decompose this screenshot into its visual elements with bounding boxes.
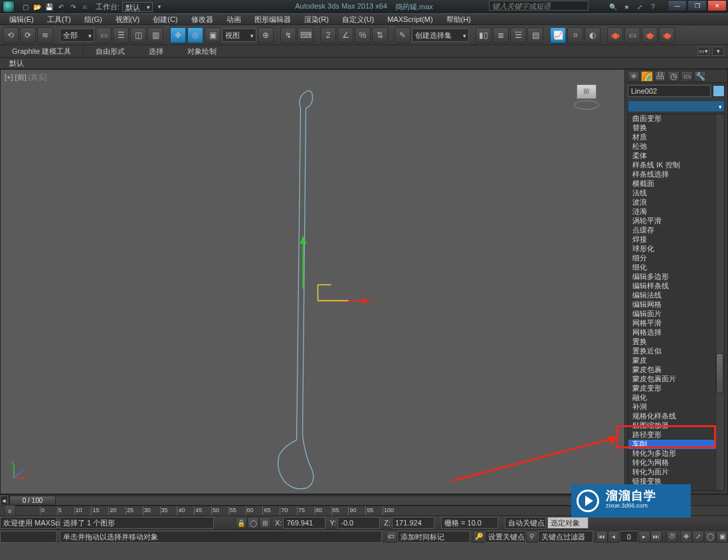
modifier-item[interactable]: 法线 xyxy=(628,189,724,198)
workspace-dropdown[interactable]: 默认 xyxy=(122,2,153,12)
ribbon-tab-2[interactable]: 选择 xyxy=(137,45,175,58)
selection-filter-combo[interactable]: 全部 xyxy=(60,29,94,42)
time-config-icon[interactable]: ⏱ xyxy=(666,531,678,543)
utilities-tab-icon[interactable]: 🔧 xyxy=(694,71,706,82)
modifier-item[interactable]: 横截面 xyxy=(628,179,724,189)
open-icon[interactable]: 📂 xyxy=(32,1,43,12)
render-prod-icon[interactable]: 🫖 xyxy=(642,27,658,43)
create-tab-icon[interactable]: ✳ xyxy=(628,71,640,82)
unlink-tool-icon[interactable]: ⟳ xyxy=(20,27,36,43)
redo-icon[interactable]: ↷ xyxy=(68,1,78,12)
menu-MAXScript(M)[interactable]: MAXScript(M) xyxy=(382,15,438,24)
align-icon[interactable]: ≣ xyxy=(493,27,509,43)
modifier-item[interactable]: 融化 xyxy=(628,393,724,403)
app-icon[interactable] xyxy=(3,1,15,13)
snap-2d-icon[interactable]: 2 xyxy=(320,27,336,43)
gizmo-y-arrow-icon[interactable] xyxy=(300,236,307,244)
max-toggle-icon[interactable]: ▣ xyxy=(716,531,728,543)
ribbon-sub-default[interactable]: 默认 xyxy=(0,58,33,69)
prev-frame-icon[interactable]: ◂ xyxy=(608,531,620,543)
current-frame-input[interactable]: 0 xyxy=(620,531,638,543)
modifier-item[interactable]: 转化为面片 xyxy=(628,468,724,477)
ref-coord-combo[interactable]: 视图 xyxy=(222,29,256,42)
menu-渲染(R)[interactable]: 渲染(R) xyxy=(299,14,334,25)
zoom-extents-icon[interactable]: ⤢ xyxy=(692,531,704,543)
menu-创建(C)[interactable]: 创建(C) xyxy=(147,14,183,25)
help-icon[interactable]: ? xyxy=(648,1,658,12)
key-filter-icon[interactable]: ⚲ xyxy=(526,531,538,543)
trackbar-menu-icon[interactable]: ≡ xyxy=(4,505,16,517)
dropdown-arrow-icon[interactable]: ▼ xyxy=(154,1,165,12)
render-iter-icon[interactable]: 🫖 xyxy=(659,27,675,43)
link-icon[interactable]: ⎌ xyxy=(80,1,90,12)
motion-tab-icon[interactable]: ◷ xyxy=(668,71,680,82)
modifier-item[interactable]: 规格化样条线 xyxy=(628,412,724,421)
modifier-item[interactable]: 细化 xyxy=(628,263,724,272)
auto-key-button[interactable]: 自动关键点 xyxy=(505,517,546,529)
object-color-swatch[interactable] xyxy=(713,85,725,97)
isolate-icon[interactable]: ◯ xyxy=(247,517,259,529)
modify-tab-icon[interactable]: 🌈 xyxy=(641,71,653,82)
x-value-input[interactable]: 769.941 xyxy=(283,517,325,529)
snap-angle-icon[interactable]: ∠ xyxy=(337,27,353,43)
select-manipulate-icon[interactable]: ↯ xyxy=(280,27,296,43)
modifier-item[interactable]: 编辑网格 xyxy=(628,300,724,310)
time-slider-right-icon[interactable]: ▸ xyxy=(620,496,628,506)
menu-帮助(H)[interactable]: 帮助(H) xyxy=(441,14,476,25)
set-key-big-icon[interactable]: 🔑 xyxy=(473,531,485,543)
modifier-item[interactable]: 链接变换 xyxy=(628,477,724,486)
exchange-icon[interactable]: ⤢ xyxy=(634,1,645,12)
pan-view-icon[interactable]: ✥ xyxy=(680,531,692,543)
menu-自定义(U)[interactable]: 自定义(U) xyxy=(337,14,379,25)
new-icon[interactable]: ▢ xyxy=(20,1,31,12)
modifier-item[interactable]: 样条线 IK 控制 xyxy=(628,161,724,170)
view-cube-ring-icon[interactable] xyxy=(574,100,599,110)
layer-manager-icon[interactable]: ☱ xyxy=(510,27,526,43)
modifier-item[interactable]: 柔体 xyxy=(628,151,724,161)
window-crossing-icon[interactable]: ▥ xyxy=(147,27,163,43)
ribbon-expand-icon[interactable]: ▾ xyxy=(712,47,724,56)
modifier-item[interactable]: 蒙皮 xyxy=(628,356,724,365)
key-filter-button[interactable]: 关键点过滤器 xyxy=(538,531,594,543)
time-slider-left-icon[interactable]: ◂ xyxy=(0,496,8,506)
rectangular-selection-icon[interactable]: ◫ xyxy=(130,27,146,43)
select-scale-icon[interactable]: ▣ xyxy=(205,27,221,43)
select-by-name-icon[interactable]: ☰ xyxy=(113,27,129,43)
modifier-item[interactable]: 样条线选择 xyxy=(628,170,724,179)
modifier-item[interactable]: 涡轮平滑 xyxy=(628,217,724,226)
display-tab-icon[interactable]: ▭ xyxy=(681,71,693,82)
modifier-item[interactable]: 车削 xyxy=(628,440,724,449)
help-search-input[interactable]: 键入关键字或短语 xyxy=(489,1,589,11)
view-cube-face[interactable]: 前 xyxy=(577,84,596,99)
hierarchy-tab-icon[interactable]: 品 xyxy=(654,71,666,82)
menu-编辑(E)[interactable]: 编辑(E) xyxy=(4,14,39,25)
ribbon-tab-1[interactable]: 自由形式 xyxy=(84,45,137,58)
edit-named-sel-icon[interactable]: ✎ xyxy=(395,27,410,43)
goto-end-icon[interactable]: ⏭ xyxy=(650,531,662,543)
modifier-item[interactable]: 锥化 xyxy=(628,486,724,490)
selected-target-combo[interactable]: 选定对象 xyxy=(547,517,589,529)
modifier-item[interactable]: 编辑法线 xyxy=(628,291,724,300)
time-slider-handle[interactable]: 0 / 100 xyxy=(9,496,56,506)
menu-修改器[interactable]: 修改器 xyxy=(186,14,219,25)
viewport-front[interactable]: [+] [前] [真实] x 前 x y xyxy=(0,69,624,494)
modifier-item[interactable]: 波浪 xyxy=(628,198,724,207)
coord-display-icon[interactable]: ⊞ xyxy=(259,517,271,529)
modifier-item[interactable]: 补洞 xyxy=(628,403,724,412)
maxscript-mini-listener[interactable]: 欢迎使用 MAXScr xyxy=(0,517,57,529)
menu-图形编辑器[interactable]: 图形编辑器 xyxy=(249,14,296,25)
rendered-frame-icon[interactable]: ▭ xyxy=(624,27,640,43)
modifier-item[interactable]: 贴图缩放器 xyxy=(628,421,724,430)
menu-动画[interactable]: 动画 xyxy=(221,14,246,25)
modifier-item[interactable]: 路径变形 xyxy=(628,430,724,440)
goto-start-icon[interactable]: ⏮ xyxy=(596,531,608,543)
z-value-input[interactable]: 171.924 xyxy=(392,517,434,529)
save-icon[interactable]: 💾 xyxy=(44,1,54,12)
modifier-item[interactable]: 焊接 xyxy=(628,235,724,244)
modifier-item[interactable]: 松弛 xyxy=(628,142,724,151)
modifier-item[interactable]: 替换 xyxy=(628,124,724,133)
snap-percent-icon[interactable]: % xyxy=(355,27,371,43)
time-slider-track[interactable]: 0 / 100 xyxy=(9,496,620,506)
curve-editor-icon[interactable]: 📈 xyxy=(550,27,566,43)
modifier-item[interactable]: 转化为网格 xyxy=(628,458,724,468)
